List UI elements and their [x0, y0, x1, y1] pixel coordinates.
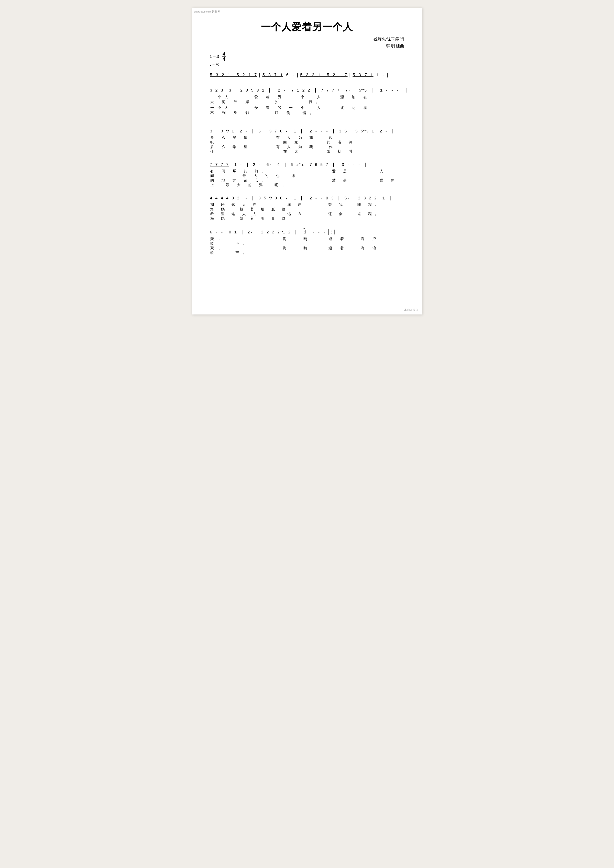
row5-notation: 6 - - 0 1 | 2· 2 2 ⌢ 2 2 1 2 | 𝄐 i - - -… — [210, 228, 404, 236]
r4-n2: - — [242, 196, 248, 201]
row2-notation: 3 ⌢ 3 5 1 2 - | 5 3 7 6 · 1 | 2 - - - | … — [210, 127, 404, 135]
intro-notes-4: 5 3 7 i i - — [353, 72, 385, 79]
r2-slur: ⌢ 3 5 1 — [221, 128, 234, 135]
r5-fermata: 𝄐 i — [302, 229, 307, 236]
barline-4: | — [385, 71, 390, 79]
r3-bar2: | — [283, 162, 288, 167]
r5-repeat-bar: :| — [328, 229, 337, 235]
r4-n4: · 1 — [286, 196, 296, 201]
song-title: 一个人爱着另一个人 — [210, 20, 404, 34]
r2-n5: 3 7 6 — [269, 129, 283, 134]
row1-notation: 3 2 3 3 2 3 5 3 1 | 2 - 7 1 2 2 | 7 7 7 … — [210, 87, 404, 94]
r2-n3: 2 - — [237, 129, 248, 134]
r5-n2: 2· — [247, 230, 258, 235]
row5-section: 6 - - 0 1 | 2· 2 2 ⌢ 2 2 1 2 | 𝄐 i - - -… — [210, 228, 404, 255]
r5-n6: - - - — [309, 230, 326, 235]
r1-bar3: | — [370, 88, 375, 93]
r4-n8: 1 — [380, 196, 385, 201]
intro-notes-3: 5 3 2 i 5 2 i 7 — [300, 72, 348, 79]
row4-section: 4 4 4 4 3 2 - | ⌢ 3 5 5 3 6 · 1 | 2 - - … — [210, 195, 404, 221]
time-sig: 4 4 — [222, 53, 225, 59]
r2-slur2: ⌢ 5 5 3 1 — [355, 128, 374, 135]
r3-n3: 2 - — [253, 163, 264, 167]
r4-n1: 4 4 4 4 3 2 — [210, 196, 240, 201]
r4-slur: ⌢ 3 5 5 3 6 — [258, 195, 283, 202]
r5-n1: 6 - - 0 1 — [210, 230, 237, 235]
row4-lyrics1: 期 盼 这 人 在 海 岸 等 我 随 程。 海 鸥 朝 着 舰 艇 群 — [210, 203, 404, 212]
barline-1: | — [257, 71, 263, 79]
r5-bar1: | — [240, 229, 245, 235]
r3-n4: 6· 4 — [266, 163, 280, 167]
r2-n10: 2 - — [377, 129, 388, 134]
r5-n3: 2 2 — [261, 230, 269, 235]
tempo: ♩＝70 — [210, 62, 404, 67]
r3-bar1: | — [245, 162, 250, 167]
r3-n5: 6 — [291, 163, 296, 167]
row1-section: 3 2 3 3 2 3 5 3 1 | 2 - 7 1 2 2 | 7 7 7 … — [210, 87, 404, 115]
attribution: 臧辉先/陈玉霞 词 李 明 建曲 — [210, 36, 404, 49]
key-time-sig: 1＝D 4 4 — [210, 51, 404, 62]
r2-n7: 2 - - - — [307, 129, 328, 134]
barline-3: | — [348, 71, 353, 79]
lyricist-line: 臧辉先/陈玉霞 词 — [373, 37, 404, 42]
r2-bar3: | — [331, 129, 336, 134]
r1-bar1: | — [267, 88, 272, 93]
r4-bar4: | — [388, 195, 393, 201]
row3-lyrics2: 的 地 方 谈 心。 爱 是 世 界 上 最 大 的 温 暖， — [210, 178, 404, 188]
intro-section: 5 3 2 1 5 2 1 7 | 5 3 7 i 6 - | 5 3 2 i … — [210, 71, 404, 79]
r1-bar4: | — [404, 88, 410, 93]
row2-lyrics2: 多 么 希 望 有 人 为 我 作 伴， 在 太 阳 初 升 — [210, 145, 404, 154]
r5-slur: ⌢ 2 2 1 2 — [272, 229, 291, 236]
watermark-bottom: 本曲谱授自 — [404, 308, 418, 312]
r4-bar1: | — [250, 195, 256, 201]
r1-n2: 3 — [226, 88, 238, 93]
r1-n6: 7 7 7 7 — [321, 88, 340, 93]
watermark-top: www.ktv8.com 词曲网 — [194, 10, 220, 14]
row4-lyrics2: 希 望 这 人 去 远 方 还 会 返 程。 海 鸥 朝 着 舰 艇 群 — [210, 212, 404, 221]
intro-notes-2: 5 3 7 i 6 - — [262, 72, 295, 79]
row5-lyrics2: 聚， 海 鸥 迎 着 海 浪 歌 声。 — [210, 246, 404, 255]
r3-n7: 7 6 5 7 — [307, 163, 328, 167]
r3-n2: 1 - — [232, 163, 242, 167]
r2-bar1: | — [250, 129, 256, 134]
r1-n5: 7 1 2 2 — [291, 88, 310, 93]
r4-n7: 2 3 2 2 — [358, 196, 377, 201]
r4-bar2: | — [299, 195, 304, 201]
r3-n8: 3 - - - — [339, 163, 361, 167]
r1-n8-slur: ⌢ 5 5 — [359, 87, 367, 94]
row3-lyrics1: 有 闪 烁 的 灯。 爱 是 人 间 最 大 的 心 愿， — [210, 169, 404, 178]
row2-lyrics1: 多 么 渴 望 有 人 为 我 起 帆， 回 家 的 港 湾 — [210, 135, 404, 145]
r2-n8: 3 5 — [339, 129, 353, 134]
row1-lyrics1: 一个人 爱 着 另 一 个 人， 漂 泊 在 大 海 彼 岸 独 行。 — [210, 95, 404, 105]
r3-bar3: | — [331, 162, 336, 167]
r2-n6: · 1 — [286, 129, 296, 134]
intro-notes-1: 5 3 2 1 5 2 1 7 — [210, 72, 257, 79]
r1-n1: 3 2 3 — [210, 88, 223, 93]
r3-bar4: | — [363, 162, 368, 167]
r1-n9: 1 - - - — [377, 88, 402, 93]
fermata-sign: 𝄐 — [302, 226, 307, 232]
row1-lyrics2: 一个人 爱 着 另 一 个 人， 彼 此 看 不 到 身 影 好 伤 情。 — [210, 105, 404, 115]
r4-n5: 2 - - 0 3 — [307, 196, 334, 201]
r1-n4: 2 - — [275, 88, 289, 93]
r5-bar2: | — [294, 229, 298, 235]
r4-bar3: | — [337, 195, 342, 201]
row3-notation: 7 7 7 7 1 - | 2 - 6· 4 | 6 ⌢ i i 7 6 5 7… — [210, 161, 404, 169]
intro-notation-line: 5 3 2 1 5 2 1 7 | 5 3 7 i 6 - | 5 3 2 i … — [210, 71, 404, 79]
r2-bar4: | — [390, 129, 395, 134]
r4-n6: 5· — [344, 196, 355, 201]
r3-n1: 7 7 7 7 — [210, 163, 229, 167]
barline-2: | — [295, 71, 300, 79]
composer-line: 李 明 建曲 — [386, 44, 404, 48]
r1-n3: 2 3 5 3 1 — [240, 88, 264, 93]
row4-notation: 4 4 4 4 3 2 - | ⌢ 3 5 5 3 6 · 1 | 2 - - … — [210, 195, 404, 202]
r2-n1: 3 — [210, 129, 218, 134]
row2-section: 3 ⌢ 3 5 1 2 - | 5 3 7 6 · 1 | 2 - - - | … — [210, 127, 404, 154]
page: www.ktv8.com 词曲网 一个人爱着另一个人 臧辉先/陈玉霞 词 李 明… — [192, 8, 422, 315]
key-label: 1＝D — [210, 54, 219, 59]
r1-bar2: | — [313, 88, 318, 93]
r1-n7: 7· — [342, 88, 356, 93]
row5-lyrics1: 聚， 海 鸥 迎 着 海 浪 歌 声。 — [210, 237, 404, 246]
r2-n4: 5 — [258, 129, 266, 134]
row3-section: 7 7 7 7 1 - | 2 - 6· 4 | 6 ⌢ i i 7 6 5 7… — [210, 161, 404, 188]
